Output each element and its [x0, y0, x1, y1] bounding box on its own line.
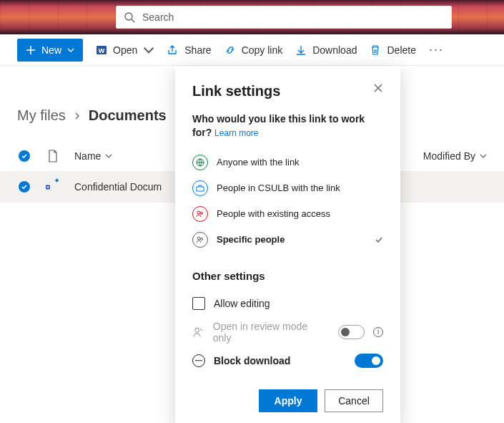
info-icon[interactable]: i — [373, 327, 383, 337]
chevron-down-icon — [105, 152, 112, 160]
chevron-right-icon — [73, 112, 81, 120]
copy-link-label: Copy link — [242, 44, 283, 56]
panel-title: Link settings — [192, 83, 280, 99]
search-icon — [124, 11, 135, 23]
shared-indicator-icon: ✦ — [54, 176, 60, 192]
download-icon — [295, 44, 307, 56]
option-label: Specific people — [217, 234, 285, 245]
command-bar: New W Open Share Copy link Download Dele… — [0, 34, 504, 66]
select-all[interactable] — [17, 150, 31, 162]
review-mode-row: Open in review mode only i — [192, 318, 383, 346]
copy-link-button[interactable]: Copy link — [224, 44, 283, 56]
allow-editing-row[interactable]: Allow editing — [192, 289, 383, 318]
review-mode-toggle — [338, 325, 365, 339]
allow-editing-label: Allow editing — [214, 298, 270, 309]
chevron-down-icon — [480, 152, 487, 160]
close-button[interactable] — [373, 83, 383, 96]
svg-rect-7 — [197, 187, 204, 191]
close-icon — [373, 83, 383, 93]
delete-label: Delete — [387, 44, 415, 56]
column-icon-header — [46, 150, 60, 162]
check-icon — [19, 150, 30, 162]
option-specific[interactable]: Specific people — [192, 227, 383, 253]
svg-point-9 — [201, 212, 203, 214]
breadcrumb-root[interactable]: My files — [17, 107, 66, 124]
svg-point-10 — [197, 237, 200, 240]
briefcase-icon — [192, 180, 208, 196]
suite-header: Search — [0, 0, 504, 34]
block-download-label: Block download — [214, 355, 290, 366]
other-settings-heading: Other settings — [192, 270, 383, 282]
more-button[interactable]: ··· — [429, 42, 444, 57]
row-name-label: Confidential Docum — [74, 181, 162, 193]
cancel-button[interactable]: Cancel — [325, 389, 383, 412]
row-file-icon: W ✦ — [46, 179, 60, 195]
column-name-label: Name — [74, 150, 101, 162]
new-button[interactable]: New — [17, 39, 83, 62]
check-icon — [19, 181, 30, 193]
svg-text:W: W — [99, 47, 105, 54]
panel-question: Who would you like this link to work for… — [192, 112, 383, 140]
person-review-icon — [192, 326, 204, 339]
trash-icon — [370, 44, 381, 56]
panel-buttons: Apply Cancel — [192, 389, 383, 412]
svg-point-12 — [195, 328, 199, 332]
option-label: Anyone with the link — [217, 157, 300, 167]
block-download-row[interactable]: Block download — [192, 346, 383, 375]
new-label: New — [41, 44, 61, 56]
column-modifiedby-header[interactable]: Modified By — [401, 150, 487, 162]
svg-point-11 — [201, 238, 203, 240]
word-icon: W — [96, 44, 107, 56]
download-label: Download — [312, 44, 357, 56]
delete-button[interactable]: Delete — [370, 44, 415, 56]
column-modby-label: Modified By — [423, 150, 475, 162]
link-settings-panel: Link settings Who would you like this li… — [175, 66, 400, 423]
search-input[interactable]: Search — [116, 6, 452, 29]
svg-text:W: W — [46, 185, 49, 189]
apply-button[interactable]: Apply — [259, 389, 317, 412]
svg-point-0 — [125, 13, 132, 20]
plus-icon — [26, 45, 36, 55]
share-icon — [167, 44, 179, 56]
option-label: People with existing access — [217, 208, 330, 219]
download-button[interactable]: Download — [295, 44, 357, 56]
learn-more-link[interactable]: Learn more — [214, 128, 258, 138]
option-label: People in CSULB with the link — [217, 183, 340, 193]
breadcrumb-current: Documents — [89, 107, 167, 124]
share-button[interactable]: Share — [167, 44, 211, 56]
checkbox-icon[interactable] — [192, 297, 205, 310]
chevron-down-icon — [67, 47, 74, 54]
option-org[interactable]: People in CSULB with the link — [192, 175, 383, 201]
chevron-down-icon — [143, 44, 154, 56]
word-file-icon: W — [46, 179, 52, 195]
block-icon — [192, 354, 205, 367]
option-anyone[interactable]: Anyone with the link — [192, 150, 383, 175]
row-select[interactable] — [17, 181, 31, 193]
open-button[interactable]: W Open — [96, 44, 154, 56]
svg-line-1 — [132, 19, 134, 22]
open-label: Open — [113, 44, 137, 56]
globe-icon — [192, 155, 208, 170]
search-placeholder: Search — [142, 11, 174, 23]
svg-point-8 — [197, 211, 200, 214]
share-label: Share — [184, 44, 211, 56]
block-download-toggle[interactable] — [355, 354, 383, 368]
people-icon — [192, 232, 208, 248]
file-icon — [48, 150, 58, 162]
checkmark-icon — [375, 235, 383, 244]
link-icon — [224, 44, 236, 56]
review-mode-label: Open in review mode only — [213, 321, 321, 344]
option-existing[interactable]: People with existing access — [192, 201, 383, 227]
people-icon — [192, 206, 208, 222]
